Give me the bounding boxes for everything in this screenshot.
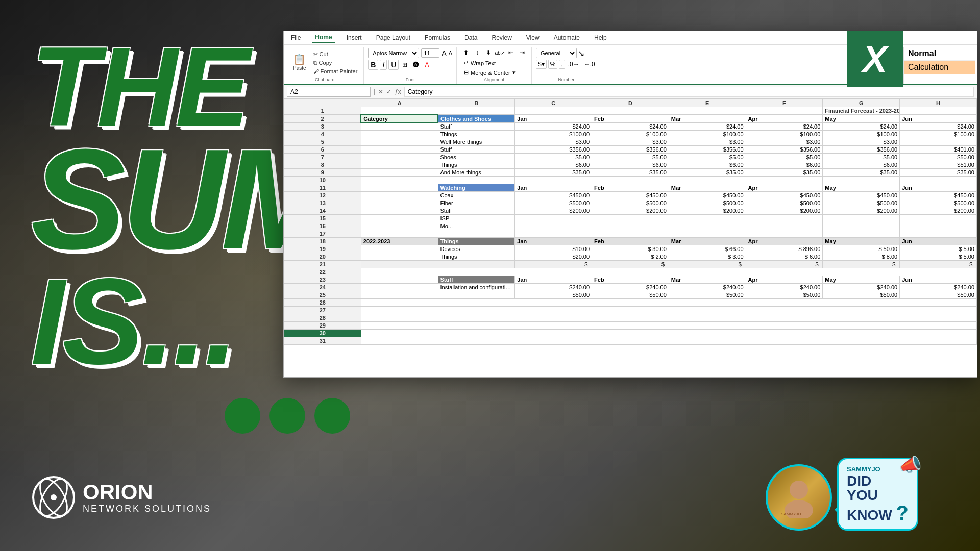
cell-g24[interactable]: $240.00 [823, 284, 900, 291]
cell-f23[interactable]: Apr [746, 276, 823, 284]
fill-color-button[interactable]: 🅐 [411, 61, 421, 69]
cell-b13[interactable]: Fiber [438, 199, 515, 207]
cell-b16[interactable]: Mo... [438, 222, 515, 230]
cell-f13[interactable]: $500.00 [746, 199, 823, 207]
cell-d23[interactable]: Feb [592, 276, 669, 284]
cell-a25[interactable] [361, 291, 438, 299]
cell-a14[interactable] [361, 207, 438, 215]
cell-d21[interactable]: $- [592, 261, 669, 268]
cell-e19[interactable]: $ 66.00 [669, 245, 746, 253]
cell-g21[interactable]: $- [823, 261, 900, 268]
cell-b7[interactable]: Shoes [438, 154, 515, 161]
cell-f9[interactable]: $35.00 [746, 169, 823, 177]
cell-h7[interactable]: $50.00 [900, 154, 977, 161]
cell-b10[interactable] [438, 177, 515, 184]
decimal-increase-button[interactable]: .0→ [567, 60, 581, 68]
cell-e18[interactable]: Mar [669, 238, 746, 245]
cell-h9[interactable]: $35.00 [900, 169, 977, 177]
wrap-text-button[interactable]: ↵ Wrap Text [461, 59, 527, 67]
cell-g2[interactable]: May [823, 115, 900, 123]
cell-g1[interactable]: Financial Forecast - 2023-2024 [823, 107, 900, 115]
cell-f1[interactable] [746, 107, 823, 115]
currency-button[interactable]: $▾ [536, 60, 547, 69]
confirm-formula-button[interactable]: ✓ [386, 88, 391, 95]
cell-d5[interactable]: $3.00 [592, 138, 669, 146]
font-grow-icon[interactable]: A [442, 49, 446, 57]
cell-e24[interactable]: $240.00 [669, 284, 746, 291]
cell-e11[interactable]: Mar [669, 184, 746, 192]
text-orientation-button[interactable]: ab↗ [495, 48, 505, 57]
cell-b6[interactable]: Stuff [438, 146, 515, 154]
cell-e4[interactable]: $100.00 [669, 131, 746, 138]
cell-e8[interactable]: $6.00 [669, 161, 746, 169]
font-color-button[interactable]: A [423, 61, 431, 69]
cell-c16[interactable] [515, 222, 592, 230]
cell-b1[interactable] [438, 107, 515, 115]
cell-g8[interactable]: $6.00 [823, 161, 900, 169]
cell-e7[interactable]: $5.00 [669, 154, 746, 161]
cell-c14[interactable]: $200.00 [515, 207, 592, 215]
cell-g4[interactable]: $100.00 [823, 131, 900, 138]
cell-e6[interactable]: $356.00 [669, 146, 746, 154]
cell-h12[interactable]: $450.00 [900, 192, 977, 199]
cell-f10[interactable] [746, 177, 823, 184]
format-painter-button[interactable]: 🖌 Format Painter [311, 68, 360, 75]
menu-view[interactable]: View [523, 33, 543, 43]
cell-a21[interactable] [361, 261, 438, 268]
cell-c13[interactable]: $500.00 [515, 199, 592, 207]
cell-h18[interactable]: Jun [900, 238, 977, 245]
cell-d2[interactable]: Feb [592, 115, 669, 123]
cell-c25[interactable]: $50.00 [515, 291, 592, 299]
cell-g15[interactable] [823, 215, 900, 222]
cell-h23[interactable]: Jun [900, 276, 977, 284]
cell-b5[interactable]: Well More things [438, 138, 515, 146]
cell-f4[interactable]: $100.00 [746, 131, 823, 138]
cell-h1[interactable] [900, 107, 977, 115]
bold-button[interactable]: B [368, 60, 378, 70]
cell-h19[interactable]: $ 5.00 [900, 245, 977, 253]
cell-d9[interactable]: $35.00 [592, 169, 669, 177]
cell-reference-input[interactable] [287, 87, 371, 97]
cell-e3[interactable]: $24.00 [669, 123, 746, 131]
italic-button[interactable]: I [380, 60, 387, 70]
cell-b2[interactable]: Clothes and Shoes [438, 115, 515, 123]
cell-e10[interactable] [669, 177, 746, 184]
font-size-input[interactable] [421, 48, 439, 58]
cell-d16[interactable] [592, 222, 669, 230]
align-middle-button[interactable]: ↕ [472, 48, 482, 57]
menu-automate[interactable]: Automate [551, 33, 583, 43]
cell-a8[interactable] [361, 161, 438, 169]
cell-f12[interactable]: $450.00 [746, 192, 823, 199]
cell-g18[interactable]: May [823, 238, 900, 245]
cell-e21[interactable]: $- [669, 261, 746, 268]
merge-center-button[interactable]: ⊟ Merge & Center ▾ [461, 68, 527, 77]
cell-b14[interactable]: Stuff [438, 207, 515, 215]
cell-b23[interactable]: Stuff [438, 276, 515, 284]
cell-g13[interactable]: $500.00 [823, 199, 900, 207]
cell-g25[interactable]: $50.00 [823, 291, 900, 299]
cell-b21[interactable] [438, 261, 515, 268]
cell-c2[interactable]: Jan [515, 115, 592, 123]
cell-d15[interactable] [592, 215, 669, 222]
cell-h14[interactable]: $200.00 [900, 207, 977, 215]
cell-b19[interactable]: Devices [438, 245, 515, 253]
cell-a24[interactable] [361, 284, 438, 291]
cell-f19[interactable]: $ 898.00 [746, 245, 823, 253]
cell-h4[interactable]: $100.00 [900, 131, 977, 138]
cell-a15[interactable] [361, 215, 438, 222]
cell-d25[interactable]: $50.00 [592, 291, 669, 299]
cell-d14[interactable]: $200.00 [592, 207, 669, 215]
font-shrink-icon[interactable]: A [449, 50, 452, 56]
number-format-selector[interactable]: General [536, 48, 577, 58]
cell-c24[interactable]: $240.00 [515, 284, 592, 291]
cell-d11[interactable]: Feb [592, 184, 669, 192]
menu-help[interactable]: Help [591, 33, 610, 43]
cell-d12[interactable]: $450.00 [592, 192, 669, 199]
cell-d24[interactable]: $240.00 [592, 284, 669, 291]
cell-h6[interactable]: $401.00 [900, 146, 977, 154]
cell-b15[interactable]: ISP [438, 215, 515, 222]
cell-h13[interactable]: $500.00 [900, 199, 977, 207]
cell-g19[interactable]: $ 50.00 [823, 245, 900, 253]
cell-g17[interactable] [823, 230, 900, 238]
col-header-g[interactable]: G [823, 99, 900, 107]
